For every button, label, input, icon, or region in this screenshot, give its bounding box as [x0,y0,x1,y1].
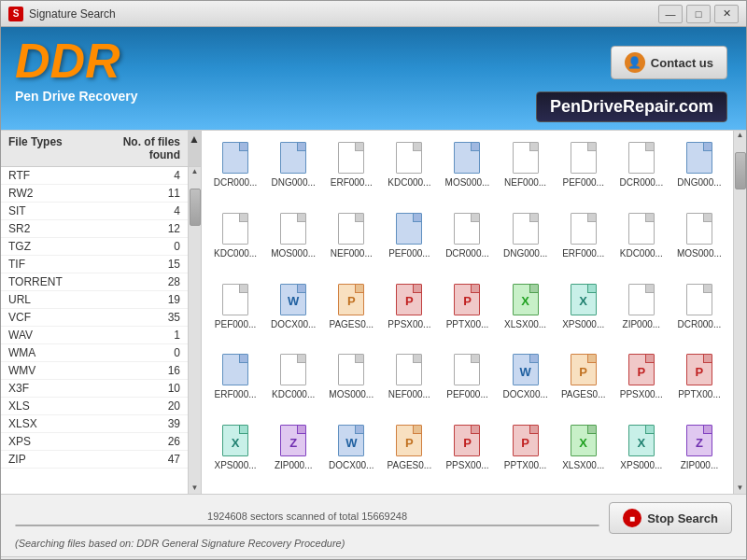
title-bar: S Signature Search — □ ✕ [1,1,746,27]
scrollbar-up[interactable]: ▲ [191,167,199,175]
list-item[interactable]: NEF000... [498,136,554,205]
list-item[interactable]: W DOCX00... [323,419,379,488]
scroll-up-btn[interactable]: ▲ [188,131,201,166]
list-item[interactable]: P PAGES0... [381,419,437,488]
scrollbar-down[interactable]: ▼ [191,483,199,492]
list-item[interactable]: XPS26 [1,433,188,451]
search-info: (Searching files based on: DDR General S… [15,538,732,549]
list-item[interactable]: ERF000... [556,207,612,276]
app-icon: S [8,7,23,21]
file-icon: P [684,352,714,387]
list-item[interactable]: X XLSX00... [498,278,554,347]
file-icon [684,140,714,175]
list-item[interactable]: KDC000... [207,207,263,276]
list-item[interactable]: P PAGES0... [556,348,612,417]
list-item[interactable]: ERF000... [207,348,263,417]
maximize-button[interactable]: □ [686,5,711,23]
list-item[interactable]: WMV16 [1,362,188,380]
file-icon: W [511,352,541,387]
list-item[interactable]: DCR000... [671,278,727,347]
list-item[interactable]: DNG000... [498,207,554,276]
list-item[interactable]: MOS000... [323,348,379,417]
list-item[interactable]: W DOCX00... [265,278,321,347]
list-item[interactable]: DNG000... [671,136,727,205]
list-item[interactable]: XLSX39 [1,415,188,433]
scrollbar-thumb[interactable] [190,189,201,226]
list-item[interactable]: PEF000... [556,136,612,205]
file-icon [511,140,541,175]
close-button[interactable]: ✕ [714,5,739,23]
list-item[interactable]: PEF000... [381,207,437,276]
list-item[interactable]: DCR000... [613,136,669,205]
minimize-button[interactable]: — [658,5,683,23]
list-item[interactable]: TORRENT28 [1,273,188,291]
list-item[interactable]: X3F10 [1,380,188,398]
sidebar: File Types No. of files found ▲ RTF4RW21… [1,131,202,494]
list-item[interactable]: X XPS000... [556,278,612,347]
file-icon [452,140,482,175]
list-item[interactable]: URL19 [1,291,188,309]
sidebar-scrollbar[interactable]: ▲ ▼ [188,167,201,494]
stop-search-button[interactable]: ■ Stop Search [609,502,732,534]
file-icon: X [627,423,656,458]
list-item[interactable]: P PPSX00... [439,419,495,488]
list-item[interactable]: Z ZIP000... [265,419,321,488]
list-item[interactable]: SIT4 [1,203,188,220]
grid-scrollbar[interactable]: ▲ ▼ [733,131,746,494]
list-item[interactable]: W DOCX00... [498,348,554,417]
list-item[interactable]: X XLSX00... [556,419,612,488]
list-item[interactable]: RTF4 [1,167,188,185]
list-item[interactable]: NEF000... [381,348,437,417]
title-bar-text: Signature Search [29,7,658,21]
list-item[interactable]: SR212 [1,220,188,238]
list-item[interactable]: DCR000... [439,207,495,276]
list-item[interactable]: TIF15 [1,256,188,273]
progress-text: 1924608 sectors scanned of total 1566924… [15,511,599,522]
file-icon [220,282,250,317]
list-item[interactable]: X XPS000... [613,419,669,488]
list-item[interactable]: ZIP47 [1,451,188,469]
list-item[interactable]: WAV1 [1,327,188,344]
list-item[interactable]: Z ZIP000... [671,419,727,488]
list-item[interactable]: PEF000... [207,278,263,347]
list-item[interactable]: P PPSX00... [613,348,669,417]
list-item[interactable]: DCR000... [207,136,263,205]
list-item[interactable]: VCF35 [1,309,188,327]
grid-scroll-up[interactable]: ▲ [737,131,744,139]
stop-label: Stop Search [647,511,718,525]
list-item[interactable]: ZIP000... [613,278,669,347]
list-item[interactable]: X XPS000... [207,419,263,488]
title-bar-controls: — □ ✕ [658,5,739,23]
list-item[interactable]: MOS000... [671,207,727,276]
list-item[interactable]: MOS000... [265,207,321,276]
list-item[interactable]: NEF000... [323,207,379,276]
file-icon: W [336,423,366,458]
list-item[interactable]: ERF000... [323,136,379,205]
list-item[interactable]: P PPTX00... [439,278,495,347]
contact-button[interactable]: 👤 Contact us [611,46,727,79]
list-item[interactable]: P PPSX00... [381,278,437,347]
progress-bar-container [15,525,599,526]
sidebar-header: File Types No. of files found ▲ [1,131,201,167]
list-item[interactable]: WMA0 [1,344,188,362]
list-item[interactable]: P PPTX00... [498,419,554,488]
grid-scrollbar-thumb[interactable] [735,152,746,189]
list-item[interactable]: PEF000... [439,348,495,417]
list-item[interactable]: KDC000... [265,348,321,417]
list-item[interactable]: P PPTX00... [671,348,727,417]
list-item[interactable]: MOS000... [439,136,495,205]
file-icon [336,352,366,387]
file-icon: P [394,282,424,317]
grid-scroll-down[interactable]: ▼ [737,483,744,492]
list-item[interactable]: TGZ0 [1,238,188,256]
brand-badge: PenDriveRepair.com [536,91,727,122]
stop-icon: ■ [623,509,641,527]
list-item[interactable]: KDC000... [381,136,437,205]
list-item[interactable]: XLS20 [1,398,188,415]
file-icon: P [452,423,482,458]
list-item[interactable]: DNG000... [265,136,321,205]
list-item[interactable]: KDC000... [613,207,669,276]
file-icon [394,211,424,246]
list-item[interactable]: P PAGES0... [323,278,379,347]
list-item[interactable]: RW211 [1,185,188,203]
